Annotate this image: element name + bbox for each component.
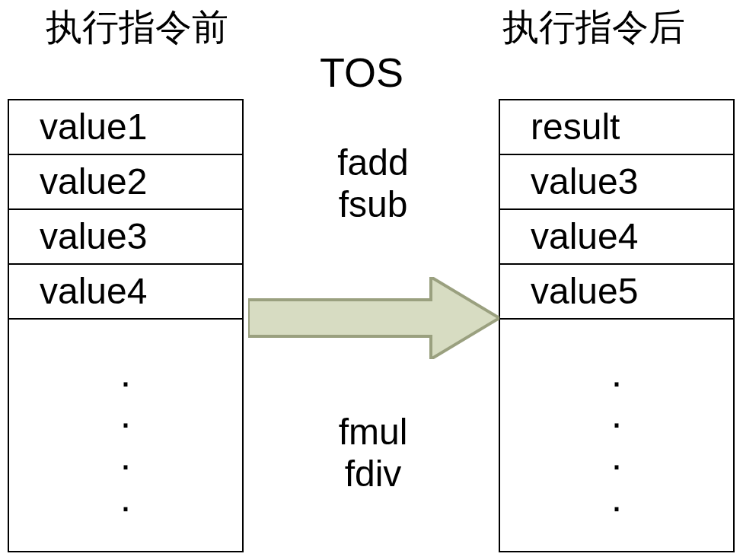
stack-before: value1 value2 value3 value4 . . . .	[8, 99, 244, 552]
instruction-label: fadd	[312, 142, 434, 183]
instruction-group-2: fmul fdiv	[312, 411, 434, 495]
diagram-root: 执行指令前 执行指令后 TOS value1 value2 value3 val…	[0, 0, 743, 560]
stack-after-cell: value5	[500, 265, 733, 320]
stack-after: result value3 value4 value5 . . . .	[499, 99, 735, 552]
title-after: 执行指令后	[502, 3, 685, 52]
instruction-label: fmul	[312, 411, 434, 453]
stack-before-cell: value2	[9, 155, 242, 210]
arrow-right-icon	[248, 277, 499, 359]
stack-before-cell: value4	[9, 265, 242, 320]
stack-after-cell: result	[500, 100, 733, 155]
stack-after-cell: value3	[500, 155, 733, 210]
stack-after-ellipsis: . . . .	[500, 320, 733, 551]
instruction-label: fsub	[312, 183, 434, 225]
instruction-group-1: fadd fsub	[312, 142, 434, 225]
stack-before-cell: value3	[9, 210, 242, 265]
tos-label: TOS	[320, 49, 403, 96]
title-before: 执行指令前	[46, 3, 228, 52]
svg-marker-0	[248, 277, 499, 359]
stack-before-cell: value1	[9, 100, 242, 155]
stack-after-cell: value4	[500, 210, 733, 265]
instruction-label: fdiv	[312, 453, 434, 495]
stack-before-ellipsis: . . . .	[9, 320, 242, 551]
